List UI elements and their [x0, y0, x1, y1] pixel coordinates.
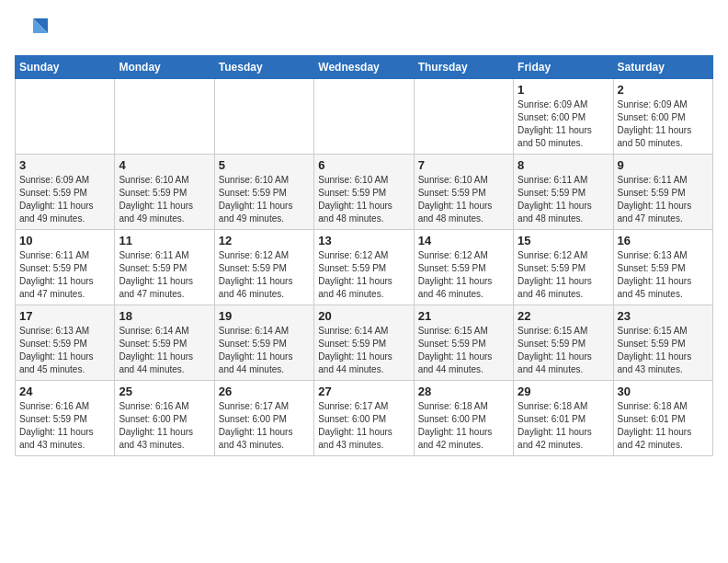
day-number: 7 — [418, 158, 509, 172]
calendar-cell: 29Sunrise: 6:18 AM Sunset: 6:01 PM Dayli… — [514, 381, 613, 456]
day-number: 12 — [219, 234, 310, 247]
calendar-cell: 2Sunrise: 6:09 AM Sunset: 6:00 PM Daylig… — [613, 79, 712, 155]
day-number: 28 — [418, 385, 509, 398]
calendar-cell — [214, 79, 313, 155]
day-info: Sunrise: 6:11 AM Sunset: 5:59 PM Dayligh… — [618, 174, 709, 225]
day-info: Sunrise: 6:11 AM Sunset: 5:59 PM Dayligh… — [518, 174, 609, 225]
calendar-cell: 8Sunrise: 6:11 AM Sunset: 5:59 PM Daylig… — [514, 155, 613, 230]
day-info: Sunrise: 6:10 AM Sunset: 5:59 PM Dayligh… — [418, 174, 509, 225]
day-number: 5 — [219, 158, 310, 172]
col-header-tuesday: Tuesday — [214, 56, 313, 79]
day-info: Sunrise: 6:12 AM Sunset: 5:59 PM Dayligh… — [518, 249, 609, 301]
day-info: Sunrise: 6:13 AM Sunset: 5:59 PM Dayligh… — [19, 325, 110, 376]
day-number: 3 — [19, 158, 110, 172]
day-number: 25 — [119, 385, 210, 398]
calendar-cell: 30Sunrise: 6:18 AM Sunset: 6:01 PM Dayli… — [613, 381, 712, 456]
day-number: 16 — [618, 234, 709, 247]
calendar-week-5: 24Sunrise: 6:16 AM Sunset: 5:59 PM Dayli… — [16, 381, 713, 456]
calendar-cell: 6Sunrise: 6:10 AM Sunset: 5:59 PM Daylig… — [314, 155, 414, 230]
day-info: Sunrise: 6:12 AM Sunset: 5:59 PM Dayligh… — [318, 249, 409, 301]
day-info: Sunrise: 6:16 AM Sunset: 5:59 PM Dayligh… — [19, 400, 110, 452]
day-number: 9 — [618, 158, 709, 172]
day-number: 20 — [318, 309, 409, 323]
calendar-week-1: 1Sunrise: 6:09 AM Sunset: 6:00 PM Daylig… — [16, 79, 713, 155]
calendar-week-3: 10Sunrise: 6:11 AM Sunset: 5:59 PM Dayli… — [16, 230, 713, 305]
calendar-cell: 10Sunrise: 6:11 AM Sunset: 5:59 PM Dayli… — [16, 230, 115, 305]
day-number: 22 — [518, 309, 609, 323]
calendar-cell: 18Sunrise: 6:14 AM Sunset: 5:59 PM Dayli… — [115, 305, 214, 381]
calendar-cell: 9Sunrise: 6:11 AM Sunset: 5:59 PM Daylig… — [613, 155, 712, 230]
day-number: 11 — [119, 234, 210, 247]
day-number: 2 — [618, 83, 709, 97]
logo — [15, 15, 51, 48]
page-header — [15, 15, 713, 48]
day-info: Sunrise: 6:09 AM Sunset: 6:00 PM Dayligh… — [518, 98, 609, 150]
day-number: 13 — [318, 234, 409, 247]
day-number: 6 — [318, 158, 409, 172]
day-number: 18 — [119, 309, 210, 323]
calendar-cell: 24Sunrise: 6:16 AM Sunset: 5:59 PM Dayli… — [16, 381, 115, 456]
day-info: Sunrise: 6:15 AM Sunset: 5:59 PM Dayligh… — [618, 325, 709, 376]
day-info: Sunrise: 6:13 AM Sunset: 5:59 PM Dayligh… — [618, 249, 709, 301]
day-info: Sunrise: 6:09 AM Sunset: 6:00 PM Dayligh… — [618, 98, 709, 150]
day-info: Sunrise: 6:12 AM Sunset: 5:59 PM Dayligh… — [418, 249, 509, 301]
calendar-cell — [115, 79, 214, 155]
day-info: Sunrise: 6:16 AM Sunset: 6:00 PM Dayligh… — [119, 400, 210, 452]
calendar-cell: 12Sunrise: 6:12 AM Sunset: 5:59 PM Dayli… — [214, 230, 313, 305]
calendar-cell: 4Sunrise: 6:10 AM Sunset: 5:59 PM Daylig… — [115, 155, 214, 230]
day-info: Sunrise: 6:17 AM Sunset: 6:00 PM Dayligh… — [318, 400, 409, 452]
day-number: 15 — [518, 234, 609, 247]
day-number: 1 — [518, 83, 609, 97]
calendar-cell: 26Sunrise: 6:17 AM Sunset: 6:00 PM Dayli… — [214, 381, 313, 456]
day-number: 4 — [119, 158, 210, 172]
day-info: Sunrise: 6:10 AM Sunset: 5:59 PM Dayligh… — [219, 174, 310, 225]
calendar-cell: 11Sunrise: 6:11 AM Sunset: 5:59 PM Dayli… — [115, 230, 214, 305]
day-number: 17 — [19, 309, 110, 323]
day-info: Sunrise: 6:18 AM Sunset: 6:01 PM Dayligh… — [618, 400, 709, 452]
day-info: Sunrise: 6:09 AM Sunset: 5:59 PM Dayligh… — [19, 174, 110, 225]
calendar-cell: 25Sunrise: 6:16 AM Sunset: 6:00 PM Dayli… — [115, 381, 214, 456]
col-header-thursday: Thursday — [414, 56, 513, 79]
calendar-cell: 1Sunrise: 6:09 AM Sunset: 6:00 PM Daylig… — [514, 79, 613, 155]
day-number: 19 — [219, 309, 310, 323]
day-info: Sunrise: 6:15 AM Sunset: 5:59 PM Dayligh… — [418, 325, 509, 376]
calendar-cell: 16Sunrise: 6:13 AM Sunset: 5:59 PM Dayli… — [613, 230, 712, 305]
col-header-saturday: Saturday — [613, 56, 712, 79]
day-info: Sunrise: 6:12 AM Sunset: 5:59 PM Dayligh… — [219, 249, 310, 301]
logo-icon — [15, 15, 48, 48]
day-number: 14 — [418, 234, 509, 247]
calendar-cell: 23Sunrise: 6:15 AM Sunset: 5:59 PM Dayli… — [613, 305, 712, 381]
day-info: Sunrise: 6:10 AM Sunset: 5:59 PM Dayligh… — [119, 174, 210, 225]
day-number: 29 — [518, 385, 609, 398]
day-info: Sunrise: 6:14 AM Sunset: 5:59 PM Dayligh… — [219, 325, 310, 376]
day-number: 8 — [518, 158, 609, 172]
day-info: Sunrise: 6:18 AM Sunset: 6:01 PM Dayligh… — [518, 400, 609, 452]
day-number: 10 — [19, 234, 110, 247]
calendar-week-4: 17Sunrise: 6:13 AM Sunset: 5:59 PM Dayli… — [16, 305, 713, 381]
day-info: Sunrise: 6:15 AM Sunset: 5:59 PM Dayligh… — [518, 325, 609, 376]
col-header-wednesday: Wednesday — [314, 56, 414, 79]
day-info: Sunrise: 6:14 AM Sunset: 5:59 PM Dayligh… — [119, 325, 210, 376]
calendar-cell: 17Sunrise: 6:13 AM Sunset: 5:59 PM Dayli… — [16, 305, 115, 381]
day-info: Sunrise: 6:14 AM Sunset: 5:59 PM Dayligh… — [318, 325, 409, 376]
day-info: Sunrise: 6:18 AM Sunset: 6:00 PM Dayligh… — [418, 400, 509, 452]
day-number: 24 — [19, 385, 110, 398]
calendar-cell: 28Sunrise: 6:18 AM Sunset: 6:00 PM Dayli… — [414, 381, 513, 456]
day-info: Sunrise: 6:11 AM Sunset: 5:59 PM Dayligh… — [119, 249, 210, 301]
calendar-cell: 21Sunrise: 6:15 AM Sunset: 5:59 PM Dayli… — [414, 305, 513, 381]
day-number: 26 — [219, 385, 310, 398]
calendar-cell — [414, 79, 513, 155]
col-header-friday: Friday — [514, 56, 613, 79]
calendar-cell: 13Sunrise: 6:12 AM Sunset: 5:59 PM Dayli… — [314, 230, 414, 305]
day-number: 21 — [418, 309, 509, 323]
calendar-cell — [16, 79, 115, 155]
day-number: 30 — [618, 385, 709, 398]
calendar-cell: 27Sunrise: 6:17 AM Sunset: 6:00 PM Dayli… — [314, 381, 414, 456]
day-info: Sunrise: 6:10 AM Sunset: 5:59 PM Dayligh… — [318, 174, 409, 225]
calendar-cell: 3Sunrise: 6:09 AM Sunset: 5:59 PM Daylig… — [16, 155, 115, 230]
calendar-cell: 14Sunrise: 6:12 AM Sunset: 5:59 PM Dayli… — [414, 230, 513, 305]
day-info: Sunrise: 6:17 AM Sunset: 6:00 PM Dayligh… — [219, 400, 310, 452]
day-info: Sunrise: 6:11 AM Sunset: 5:59 PM Dayligh… — [19, 249, 110, 301]
calendar-cell: 20Sunrise: 6:14 AM Sunset: 5:59 PM Dayli… — [314, 305, 414, 381]
col-header-monday: Monday — [115, 56, 214, 79]
